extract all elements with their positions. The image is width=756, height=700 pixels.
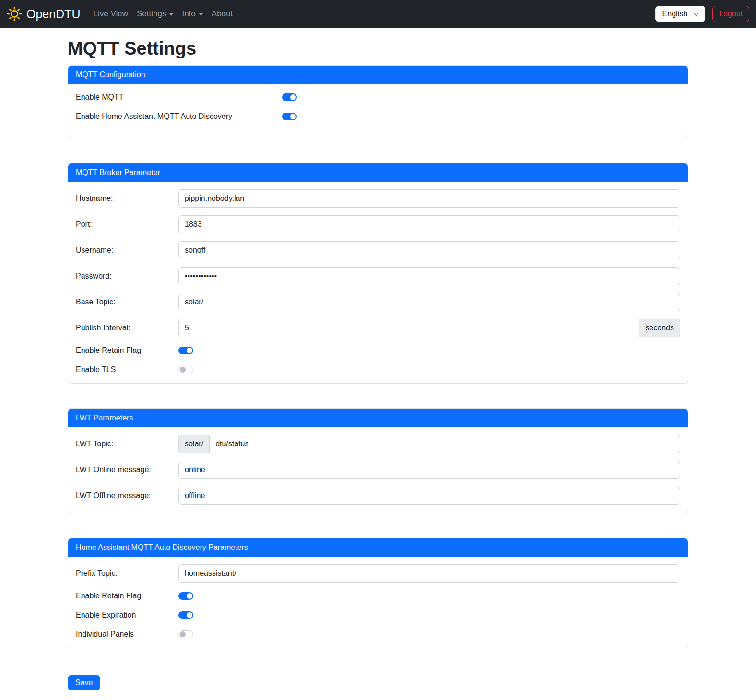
- lwt-online-message-label: LWT Online message:: [76, 466, 178, 474]
- lwt-online-message-input[interactable]: [178, 461, 680, 479]
- username-label: Username:: [76, 246, 178, 255]
- enable-retain-flag-label: Enable Retain Flag: [76, 346, 178, 355]
- enable-tls-toggle[interactable]: [178, 366, 193, 373]
- port-input[interactable]: [178, 215, 680, 233]
- prefix-topic-label: Prefix Topic:: [76, 569, 178, 578]
- card-body: Prefix Topic: Enable Retain Flag Enable …: [68, 557, 688, 648]
- hass-enable-retain-flag-label: Enable Retain Flag: [76, 592, 178, 600]
- row-hass-enable-retain-flag: Enable Retain Flag: [76, 590, 680, 602]
- enable-expiration-toggle[interactable]: [178, 611, 193, 619]
- card-body: LWT Topic: solar/ LWT Online message: LW…: [68, 427, 688, 513]
- card-header: MQTT Configuration: [68, 66, 688, 84]
- password-label: Password:: [76, 272, 178, 280]
- hostname-input[interactable]: [178, 189, 680, 208]
- lwt-topic-prefix: solar/: [178, 435, 209, 453]
- row-enable-retain-flag: Enable Retain Flag: [76, 345, 680, 356]
- username-input[interactable]: [178, 241, 680, 259]
- card-mqtt-configuration: MQTT Configuration Enable MQTT Enable Ho…: [68, 65, 688, 138]
- nav-item-live-view[interactable]: Live View: [89, 5, 132, 23]
- lwt-offline-message-label: LWT Offline message:: [76, 491, 178, 500]
- nav-item-about[interactable]: About: [207, 5, 237, 23]
- page-title: MQTT Settings: [68, 38, 688, 59]
- row-lwt-online-message: LWT Online message:: [76, 461, 680, 479]
- row-enable-hass-discovery: Enable Home Assistant MQTT Auto Discover…: [76, 111, 680, 122]
- row-username: Username:: [76, 241, 680, 259]
- nav-item-info[interactable]: Info: [177, 5, 207, 23]
- row-base-topic: Base Topic:: [76, 293, 680, 311]
- enable-retain-flag-toggle[interactable]: [178, 347, 193, 354]
- nav-item-label: Info: [182, 9, 195, 19]
- card-header: LWT Parameters: [68, 409, 688, 427]
- nav-links: Live View Settings Info About: [89, 5, 237, 23]
- row-enable-expiration: Enable Expiration: [76, 609, 680, 621]
- row-port: Port:: [76, 215, 680, 233]
- navbar: OpenDTU Live View Settings Info About En…: [0, 0, 756, 28]
- card-header: Home Assistant MQTT Auto Discovery Param…: [68, 538, 688, 557]
- row-enable-tls: Enable TLS: [76, 364, 680, 375]
- row-enable-mqtt: Enable MQTT: [76, 92, 680, 103]
- navbar-right: English Logout: [655, 6, 749, 22]
- row-lwt-topic: LWT Topic: solar/: [76, 435, 680, 453]
- brand-opendtu[interactable]: OpenDTU: [7, 6, 81, 22]
- language-select-value: English: [662, 10, 687, 18]
- chevron-down-icon: [694, 11, 699, 16]
- save-button[interactable]: Save: [68, 675, 100, 690]
- enable-tls-label: Enable TLS: [76, 365, 178, 374]
- main-content: MQTT Settings MQTT Configuration Enable …: [68, 28, 688, 700]
- password-input[interactable]: [178, 267, 680, 285]
- individual-panels-label: Individual Panels: [76, 630, 178, 639]
- lwt-topic-label: LWT Topic:: [76, 440, 178, 448]
- enable-hass-discovery-toggle[interactable]: [282, 113, 297, 120]
- publish-interval-label: Publish Interval:: [76, 324, 178, 332]
- nav-item-label: About: [212, 9, 233, 19]
- nav-item-label: Live View: [94, 9, 128, 19]
- brand-label: OpenDTU: [26, 7, 81, 21]
- publish-interval-input[interactable]: [178, 319, 639, 337]
- row-prefix-topic: Prefix Topic:: [76, 564, 680, 583]
- card-body: Enable MQTT Enable Home Assistant MQTT A…: [68, 84, 688, 138]
- card-lwt-parameters: LWT Parameters LWT Topic: solar/ LWT Onl…: [68, 408, 688, 513]
- nav-item-settings[interactable]: Settings: [132, 5, 177, 23]
- port-label: Port:: [76, 220, 178, 229]
- publish-interval-unit: seconds: [639, 319, 680, 337]
- hass-enable-retain-flag-toggle[interactable]: [178, 592, 193, 600]
- base-topic-input[interactable]: [178, 293, 680, 311]
- card-mqtt-broker-parameter: MQTT Broker Parameter Hostname: Port: Us…: [68, 163, 688, 384]
- row-password: Password:: [76, 267, 680, 285]
- logout-button[interactable]: Logout: [712, 6, 749, 22]
- base-topic-label: Base Topic:: [76, 298, 178, 306]
- enable-hass-discovery-label: Enable Home Assistant MQTT Auto Discover…: [76, 112, 282, 121]
- card-header: MQTT Broker Parameter: [68, 163, 688, 182]
- nav-item-label: Settings: [137, 9, 166, 19]
- chevron-down-icon: [169, 13, 173, 16]
- row-publish-interval: Publish Interval: seconds: [76, 319, 680, 337]
- enable-mqtt-label: Enable MQTT: [76, 93, 282, 102]
- lwt-topic-input[interactable]: [209, 435, 680, 453]
- lwt-offline-message-input[interactable]: [178, 487, 680, 505]
- row-lwt-offline-message: LWT Offline message:: [76, 487, 680, 505]
- row-hostname: Hostname:: [76, 189, 680, 208]
- card-body: Hostname: Port: Username: Password:: [68, 182, 688, 383]
- hostname-label: Hostname:: [76, 194, 178, 203]
- row-individual-panels: Individual Panels: [76, 629, 680, 640]
- enable-expiration-label: Enable Expiration: [76, 611, 178, 619]
- prefix-topic-input[interactable]: [178, 564, 680, 583]
- sun-icon: [7, 6, 22, 22]
- enable-mqtt-toggle[interactable]: [282, 93, 297, 101]
- chevron-down-icon: [199, 13, 203, 16]
- individual-panels-toggle[interactable]: [178, 630, 193, 638]
- card-hass-discovery-parameters: Home Assistant MQTT Auto Discovery Param…: [68, 538, 688, 648]
- language-select[interactable]: English: [655, 6, 705, 22]
